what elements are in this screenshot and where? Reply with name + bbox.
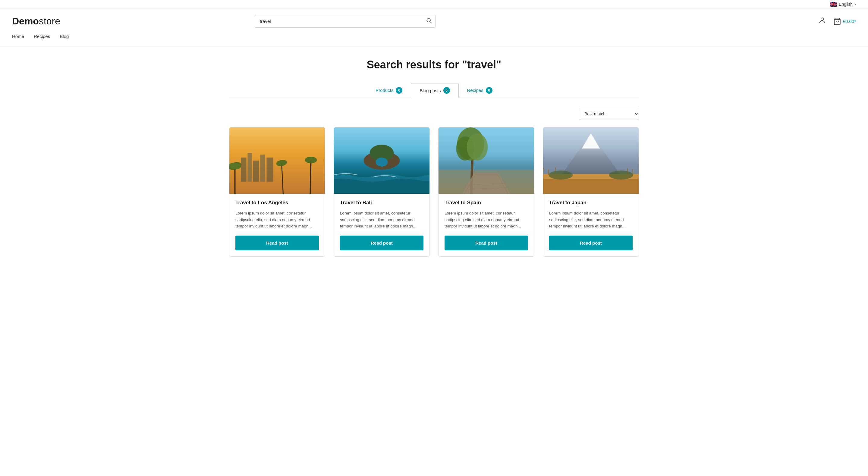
logo[interactable]: Demostore: [12, 16, 60, 27]
svg-point-17: [305, 157, 317, 163]
card-image-bali: [334, 127, 430, 194]
language-selector[interactable]: English ▾: [830, 2, 856, 7]
card-description: Lorem ipsum dolor sit amet, consetetur s…: [549, 210, 632, 229]
logo-light: store: [39, 16, 60, 27]
cart-price: €0.00*: [843, 19, 856, 24]
read-post-button[interactable]: Read post: [340, 235, 424, 250]
card-spain: Travel to Spain Lorem ipsum dolor sit am…: [438, 127, 534, 257]
nav-home[interactable]: Home: [12, 34, 24, 41]
card-image-los-angeles: [229, 127, 325, 194]
tab-blog-posts-label: Blog posts: [420, 88, 441, 93]
card-bali: Travel to Bali Lorem ipsum dolor sit ame…: [334, 127, 430, 257]
tab-products-badge: 0: [396, 87, 402, 94]
read-post-button[interactable]: Read post: [236, 235, 319, 250]
tab-blog-posts[interactable]: Blog posts 6: [411, 83, 458, 98]
page-content: Search results for "travel" Products 0 B…: [217, 46, 651, 269]
svg-rect-8: [253, 161, 259, 182]
card-footer: Read post: [340, 235, 424, 250]
card-image-spain: [438, 127, 534, 194]
card-title: Travel to Japan: [549, 200, 632, 206]
user-icon: [818, 17, 826, 24]
card-image-japan: [543, 127, 639, 194]
svg-point-3: [821, 18, 824, 21]
header: Demostore €0.00*: [0, 9, 868, 34]
search-heading: Search results for "travel": [229, 58, 639, 71]
card-footer: Read post: [236, 235, 319, 250]
card-body: Travel to Bali Lorem ipsum dolor sit ame…: [334, 194, 430, 256]
card-footer: Read post: [444, 235, 528, 250]
tab-recipes-badge: 0: [486, 87, 493, 94]
account-button[interactable]: [818, 17, 826, 26]
card-body: Travel to Spain Lorem ipsum dolor sit am…: [438, 194, 534, 256]
svg-rect-10: [267, 158, 273, 182]
sort-select[interactable]: Best match Newest Oldest A–Z Z–A: [579, 108, 639, 120]
card-title: Travel to Bali: [340, 200, 424, 206]
svg-point-27: [467, 133, 488, 161]
search-button[interactable]: [426, 18, 432, 25]
nav-recipes[interactable]: Recipes: [34, 34, 50, 41]
language-label: English: [839, 2, 852, 7]
products-grid: Travel to Los Angeles Lorem ipsum dolor …: [229, 127, 639, 257]
card-description: Lorem ipsum dolor sit amet, consetetur s…: [340, 210, 424, 229]
card-body: Travel to Los Angeles Lorem ipsum dolor …: [229, 194, 325, 256]
card-japan: Travel to Japan Lorem ipsum dolor sit am…: [543, 127, 639, 257]
card-los-angeles: Travel to Los Angeles Lorem ipsum dolor …: [229, 127, 325, 257]
header-actions: €0.00*: [818, 17, 856, 26]
read-post-button[interactable]: Read post: [444, 235, 528, 250]
tab-recipes[interactable]: Recipes 0: [459, 83, 501, 98]
logo-bold: Demo: [12, 16, 39, 27]
cart-icon: [833, 18, 841, 25]
card-title: Travel to Los Angeles: [236, 200, 319, 206]
svg-rect-34: [543, 179, 639, 194]
cart-button[interactable]: €0.00*: [833, 18, 856, 25]
search-input[interactable]: [255, 15, 435, 28]
card-body: Travel to Japan Lorem ipsum dolor sit am…: [543, 194, 639, 256]
search-bar: [255, 15, 435, 28]
card-description: Lorem ipsum dolor sit amet, consetetur s…: [236, 210, 319, 229]
svg-rect-9: [260, 155, 265, 182]
search-icon: [426, 18, 432, 24]
tab-products[interactable]: Products 0: [367, 83, 411, 98]
svg-point-42: [609, 170, 633, 180]
sort-bar: Best match Newest Oldest A–Z Z–A: [229, 108, 639, 120]
svg-point-21: [376, 158, 388, 167]
nav-blog[interactable]: Blog: [60, 34, 69, 41]
svg-point-41: [549, 170, 573, 180]
svg-rect-7: [248, 153, 252, 182]
tab-blog-posts-badge: 6: [443, 87, 450, 94]
svg-line-2: [430, 22, 432, 23]
card-footer: Read post: [549, 235, 632, 250]
card-title: Travel to Spain: [444, 200, 528, 206]
top-bar: English ▾: [0, 0, 868, 9]
svg-line-16: [310, 161, 311, 194]
card-description: Lorem ipsum dolor sit amet, consetetur s…: [444, 210, 528, 229]
tab-products-label: Products: [375, 88, 393, 93]
read-post-button[interactable]: Read post: [549, 235, 632, 250]
chevron-down-icon: ▾: [855, 3, 856, 6]
svg-rect-6: [241, 158, 247, 182]
tab-recipes-label: Recipes: [467, 88, 484, 93]
flag-icon: [830, 2, 837, 7]
main-nav: Home Recipes Blog: [0, 34, 868, 46]
tabs-container: Products 0 Blog posts 6 Recipes 0: [229, 83, 639, 98]
